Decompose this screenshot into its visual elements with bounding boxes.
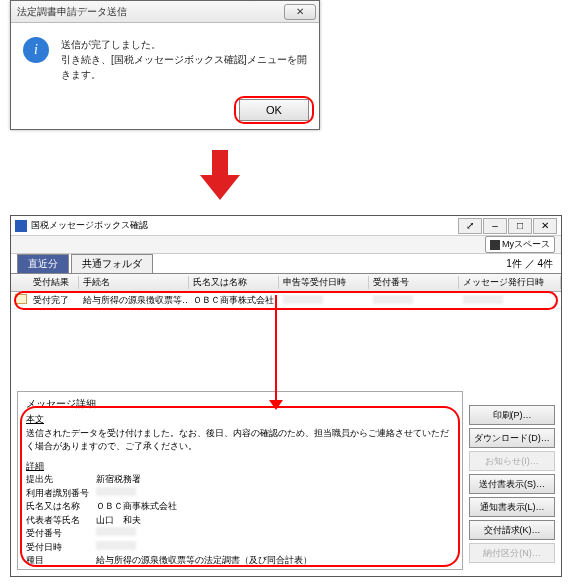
col-receipt-date[interactable]: 申告等受付日時 <box>279 276 369 289</box>
download-button[interactable]: ダウンロード(D)… <box>469 428 555 448</box>
my-space-button[interactable]: Myスペース <box>485 236 555 253</box>
tab-recent[interactable]: 直近分 <box>17 254 69 273</box>
maximize-button[interactable]: □ <box>508 218 532 234</box>
message-table: 受付結果 手続名 氏名又は名称 申告等受付日時 受付番号 メッセージ発行日時 受… <box>11 274 561 384</box>
dialog-title: 法定調書申請データ送信 <box>17 5 127 19</box>
cell-status: 受付完了 <box>29 294 79 307</box>
connector-line <box>275 295 277 405</box>
notice-button[interactable]: お知らせ(I)… <box>469 451 555 471</box>
details-label: 詳細 <box>26 460 454 474</box>
minimize-button[interactable]: – <box>483 218 507 234</box>
cell-procedure: 給与所得の源泉徴収票等… <box>79 294 189 307</box>
blurred-value <box>96 487 136 496</box>
dialog-message: 送信が完了しました。 引き続き、[国税メッセージボックス確認]メニューを開きます… <box>61 37 307 82</box>
main-titlebar: 国税メッセージボックス確認 ⤢ – □ ✕ <box>11 216 561 236</box>
col-status[interactable]: 受付結果 <box>29 276 79 289</box>
close-button[interactable]: ✕ <box>533 218 557 234</box>
expand-button[interactable]: ⤢ <box>458 218 482 234</box>
connector-arrowhead-icon <box>269 400 283 410</box>
dialog-titlebar: 法定調書申請データ送信 ✕ <box>11 1 319 23</box>
table-row[interactable]: 受付完了 給与所得の源泉徴収票等… ＯＢＣ商事株式会社 <box>11 292 561 309</box>
print-button[interactable]: 印刷(P)… <box>469 405 555 425</box>
sub-titlebar: Myスペース <box>11 236 561 254</box>
info-icon: i <box>23 37 49 63</box>
ok-button[interactable]: OK <box>239 99 309 121</box>
notify-button[interactable]: 通知書表示(L)… <box>469 497 555 517</box>
blurred-value <box>96 527 136 536</box>
table-header: 受付結果 手続名 氏名又は名称 申告等受付日時 受付番号 メッセージ発行日時 <box>11 274 561 292</box>
mail-icon <box>15 294 27 304</box>
cell-name: ＯＢＣ商事株式会社 <box>189 294 279 307</box>
attach-button[interactable]: 送付書表示(S)… <box>469 474 555 494</box>
detail-fields: 提出先新宿税務署 利用者識別番号 氏名又は名称ＯＢＣ商事株式会社 代表者等氏名山… <box>26 473 312 568</box>
blurred-value <box>96 541 136 550</box>
message-detail-panel: メッセージ詳細 本文 送信されたデータを受け付けました。なお、後日、内容の確認の… <box>17 391 463 570</box>
col-message-date[interactable]: メッセージ発行日時 <box>459 276 561 289</box>
detail-buttons: 印刷(P)… ダウンロード(D)… お知らせ(I)… 送付書表示(S)… 通知書… <box>469 391 555 570</box>
body-text: 送信されたデータを受け付けました。なお、後日、内容の確認のため、担当職員からご連… <box>26 427 454 454</box>
detail-title: メッセージ詳細 <box>26 396 454 411</box>
blurred-value <box>283 295 323 304</box>
col-procedure[interactable]: 手続名 <box>79 276 189 289</box>
blurred-value <box>463 295 503 304</box>
blurred-value <box>373 295 413 304</box>
my-space-icon <box>490 240 500 250</box>
window-title: 国税メッセージボックス確認 <box>31 219 148 232</box>
tab-shared[interactable]: 共通フォルダ <box>71 254 153 273</box>
body-label: 本文 <box>26 413 454 427</box>
col-receipt-no[interactable]: 受付番号 <box>369 276 459 289</box>
record-count: 1件 ／ 4件 <box>506 257 553 271</box>
flow-arrow-icon <box>200 150 240 200</box>
detail-section: メッセージ詳細 本文 送信されたデータを受け付けました。なお、後日、内容の確認の… <box>17 391 555 570</box>
receipt-button[interactable]: 交付請求(K)… <box>469 520 555 540</box>
tabs: 直近分 共通フォルダ 1件 ／ 4件 <box>11 254 561 274</box>
app-icon <box>15 220 27 232</box>
confirmation-dialog: 法定調書申請データ送信 ✕ i 送信が完了しました。 引き続き、[国税メッセージ… <box>10 0 320 130</box>
dialog-body: i 送信が完了しました。 引き続き、[国税メッセージボックス確認]メニューを開き… <box>11 23 319 90</box>
dialog-close-button[interactable]: ✕ <box>284 4 316 20</box>
col-name[interactable]: 氏名又は名称 <box>189 276 279 289</box>
delivery-button[interactable]: 納付区分(N)… <box>469 543 555 563</box>
message-box-window: 国税メッセージボックス確認 ⤢ – □ ✕ Myスペース 直近分 共通フォルダ … <box>10 215 562 577</box>
